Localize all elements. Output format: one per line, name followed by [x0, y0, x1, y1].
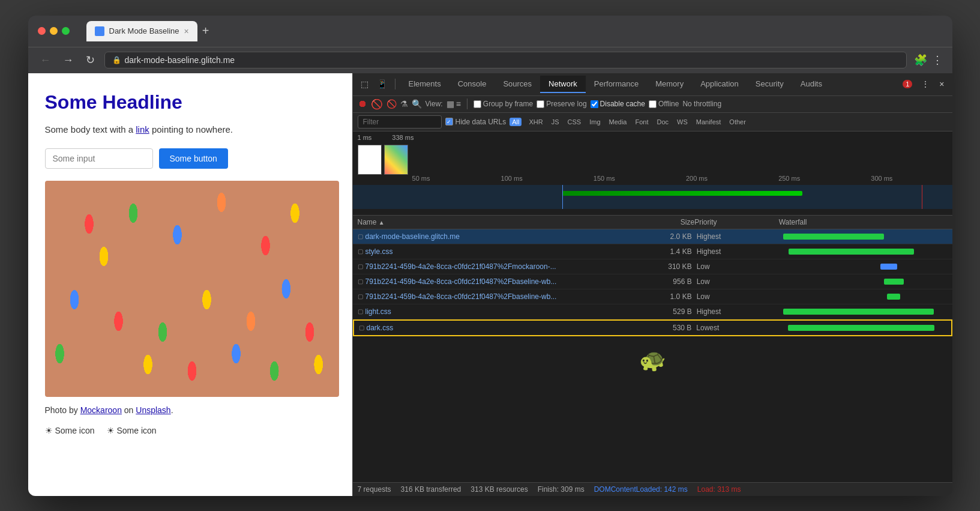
tab-console[interactable]: Console	[449, 76, 495, 93]
devtools-mobile-icon[interactable]: 📱	[374, 77, 390, 91]
address-bar: ← → ↻ 🔒 dark-mode-baseline.glitch.me 🧩 ⋮	[28, 47, 952, 73]
table-row[interactable]: ▢ 791b2241-459b-4a2e-8cca-c0fdc21f0487%2…	[353, 289, 952, 304]
type-filter-doc[interactable]: Doc	[653, 117, 672, 127]
forward-button[interactable]: →	[61, 52, 76, 69]
search-icon[interactable]: 🔍	[412, 99, 422, 109]
record-button[interactable]: ⏺	[358, 98, 367, 109]
screenshot-2[interactable]	[384, 145, 408, 175]
grid-view-icon[interactable]: ▦	[446, 99, 454, 109]
extensions-icon[interactable]: 🧩	[914, 53, 927, 67]
page-photo-credit: Photo by Mockaroon on Unsplash.	[45, 405, 335, 415]
file-icon-2: ▢	[358, 263, 363, 270]
tab-elements[interactable]: Elements	[400, 76, 449, 93]
filter-icon[interactable]: ⚗	[400, 99, 408, 109]
row-waterfall-4	[780, 291, 948, 302]
table-row[interactable]: ▢ light.css 529 B Highest	[353, 304, 952, 319]
row-size-3: 956 B	[608, 277, 696, 286]
timeline-red-line	[922, 185, 922, 209]
disable-cache-label[interactable]: Disable cache	[591, 100, 645, 108]
group-by-frame-label[interactable]: Group by frame	[473, 100, 533, 108]
row-size-2: 310 KB	[608, 262, 696, 271]
type-filter-font[interactable]: Font	[631, 117, 652, 127]
disable-cache-checkbox[interactable]	[591, 100, 598, 108]
col-size-header[interactable]: Size	[610, 218, 694, 226]
timeline-marker-338ms: 338 ms	[392, 134, 413, 141]
browser-tab[interactable]: Dark Mode Baseline ×	[86, 21, 197, 41]
tab-performance[interactable]: Performance	[586, 76, 647, 93]
scale-50ms: 50 ms	[412, 175, 430, 182]
more-menu-icon[interactable]: ⋮	[932, 53, 943, 67]
waterfall-bar-5	[783, 309, 934, 315]
list-view-icon[interactable]: ≡	[456, 99, 461, 109]
row-waterfall-2	[780, 261, 948, 272]
type-filter-manifest[interactable]: Manifest	[693, 117, 725, 127]
offline-label[interactable]: Offline	[649, 100, 679, 108]
stop-button[interactable]: 🚫	[371, 98, 383, 110]
devtools-inspect-icon[interactable]: ⬚	[358, 77, 371, 91]
photo-link-mockaroon[interactable]: Mockaroon	[80, 405, 122, 415]
new-tab-button[interactable]: +	[197, 24, 214, 38]
body-text-prefix: Some body text with a	[45, 124, 136, 135]
minimize-traffic-light[interactable]	[50, 27, 58, 35]
scale-300ms: 300 ms	[871, 175, 892, 182]
scale-150ms: 150 ms	[594, 175, 615, 182]
group-by-frame-checkbox[interactable]	[473, 100, 481, 108]
some-button[interactable]: Some button	[159, 148, 228, 169]
col-name-header[interactable]: Name ▲	[358, 218, 610, 226]
body-link[interactable]: link	[136, 124, 149, 135]
waterfall-bar-4	[887, 294, 900, 300]
tab-audits[interactable]: Audits	[792, 76, 831, 93]
error-badge: 1	[903, 80, 912, 88]
type-filter-css[interactable]: CSS	[564, 117, 585, 127]
all-badge[interactable]: All	[510, 118, 522, 126]
row-name-2: ▢ 791b2241-459b-4a2e-8cca-c0fdc21f0487%2…	[358, 262, 609, 271]
group-by-frame-text: Group by frame	[483, 100, 533, 108]
tab-application[interactable]: Application	[692, 76, 747, 93]
tab-sources[interactable]: Sources	[495, 76, 540, 93]
browser-window: Dark Mode Baseline × + ← → ↻ 🔒 dark-mode…	[28, 16, 952, 496]
type-filter-other[interactable]: Other	[726, 117, 750, 127]
reload-button[interactable]: ↻	[83, 51, 97, 69]
type-filter-ws[interactable]: WS	[673, 117, 691, 127]
col-waterfall-header[interactable]: Waterfall	[779, 218, 948, 226]
tab-network[interactable]: Network	[540, 76, 586, 93]
table-row[interactable]: ▢ dark-mode-baseline.glitch.me 2.0 KB Hi…	[353, 229, 952, 244]
devtools-more-icon[interactable]: ⋮	[918, 77, 933, 91]
preserve-log-label[interactable]: Preserve log	[537, 100, 586, 108]
clear-button[interactable]: 🚫	[386, 99, 397, 109]
screenshot-1[interactable]	[358, 145, 382, 175]
tab-favicon	[95, 26, 104, 36]
table-row-highlighted[interactable]: ▢ dark.css 530 B Lowest	[353, 319, 952, 336]
maximize-traffic-light[interactable]	[62, 27, 70, 35]
type-filter-img[interactable]: Img	[586, 117, 604, 127]
table-row[interactable]: ▢ style.css 1.4 KB Highest	[353, 244, 952, 259]
type-filter-xhr[interactable]: XHR	[525, 117, 546, 127]
type-filters: XHR JS CSS Img Media Font Doc WS Manifes…	[525, 117, 749, 127]
some-input[interactable]	[45, 148, 153, 169]
table-row[interactable]: ▢ 791b2241-459b-4a2e-8cca-c0fdc21f0487%2…	[353, 259, 952, 274]
filter-input[interactable]	[358, 115, 442, 129]
throttling-selector[interactable]: No throttling	[682, 100, 721, 108]
col-priority-header[interactable]: Priority	[694, 218, 778, 226]
type-filter-js[interactable]: JS	[548, 117, 563, 127]
tab-memory[interactable]: Memory	[647, 76, 692, 93]
table-header: Name ▲ Size Priority Waterfall	[353, 216, 952, 229]
tab-close-button[interactable]: ×	[184, 26, 189, 36]
type-filter-media[interactable]: Media	[606, 117, 631, 127]
offline-text: Offline	[658, 100, 679, 108]
photo-link-unsplash[interactable]: Unsplash	[136, 405, 170, 415]
tab-security[interactable]: Security	[747, 76, 792, 93]
hide-data-urls-checkbox[interactable]: ✓	[445, 118, 453, 125]
screenshot-strip	[358, 145, 408, 175]
address-input[interactable]: 🔒 dark-mode-baseline.glitch.me	[104, 52, 907, 68]
table-row[interactable]: ▢ 791b2241-459b-4a2e-8cca-c0fdc21f0487%2…	[353, 274, 952, 289]
back-button[interactable]: ←	[38, 52, 53, 69]
timeline-markers: 1 ms 338 ms	[353, 132, 952, 144]
devtools-tab-bar: ⬚ 📱 Elements Console Sources Network Per…	[353, 73, 952, 96]
file-icon-1: ▢	[358, 248, 363, 255]
close-traffic-light[interactable]	[38, 27, 46, 35]
offline-checkbox[interactable]	[649, 100, 657, 108]
preserve-log-checkbox[interactable]	[537, 100, 544, 108]
preserve-log-text: Preserve log	[546, 100, 586, 108]
devtools-close-button[interactable]: ×	[936, 77, 947, 91]
